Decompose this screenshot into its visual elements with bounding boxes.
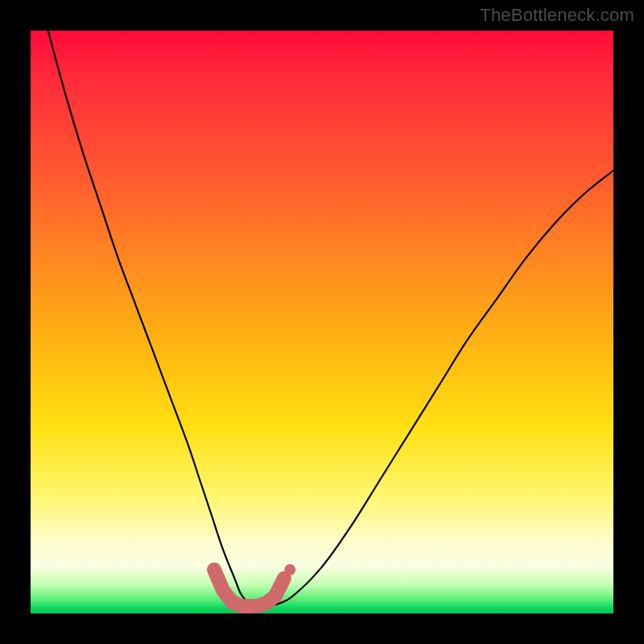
optimal-range-dot — [284, 564, 295, 576]
chart-frame: TheBottleneck.com — [0, 0, 644, 644]
optimal-range-line — [214, 570, 284, 607]
optimal-range-markers — [214, 564, 295, 607]
curve-layer — [31, 31, 613, 613]
plot-area — [31, 31, 613, 613]
watermark-text: TheBottleneck.com — [480, 5, 634, 26]
bottleneck-curve — [48, 31, 613, 606]
